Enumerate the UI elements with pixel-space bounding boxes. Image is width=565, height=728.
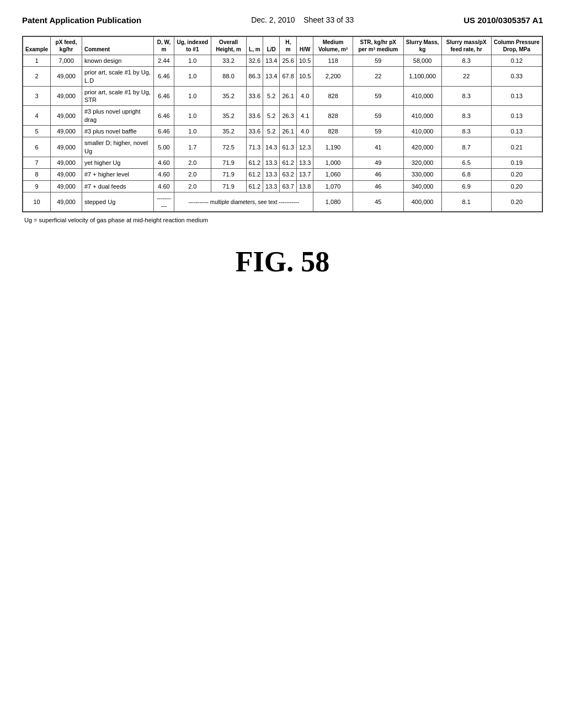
data-table-wrapper: Example pX feed, kg/hr Comment D, W, m U… xyxy=(22,36,543,212)
cell-col-drop: 0.19 xyxy=(491,157,542,168)
table-row: 249,000prior art, scale #1 by Ug, L.D6.4… xyxy=(23,67,542,87)
table-row: 549,000#3 plus novel baffle6.461.035.233… xyxy=(23,126,542,137)
cell-medium-vol: 2,200 xyxy=(313,67,353,87)
cell-hw: 12.3 xyxy=(296,137,313,157)
sheet-info: Dec. 2, 2010 Sheet 33 of 33 xyxy=(251,15,354,24)
cell-h: 26.3 xyxy=(280,106,297,126)
cell-overall-height: 88.0 xyxy=(211,67,246,87)
cell-h: 67.8 xyxy=(280,67,297,87)
cell-h: 63.7 xyxy=(280,180,297,192)
cell-ug: 1.0 xyxy=(174,55,211,67)
cell-slurry-mass: 410,000 xyxy=(403,126,441,137)
cell-medium-vol: 828 xyxy=(313,126,353,137)
cell-ld: 13.4 xyxy=(263,67,280,87)
figure-label: FIG. 58 xyxy=(22,245,543,278)
cell-ug: 2.0 xyxy=(174,169,211,180)
cell-ld: 13.4 xyxy=(263,55,280,67)
cell-example: 10 xyxy=(23,192,51,212)
col-slurry-rate: Slurry mass/pX feed rate, hr xyxy=(441,37,491,55)
cell-slurry-mass: 330,000 xyxy=(403,169,441,180)
cell-example: 8 xyxy=(23,169,51,180)
cell-comment: #7 + higher level xyxy=(82,169,154,180)
cell-l: 71.3 xyxy=(246,137,263,157)
cell-ld: 13.3 xyxy=(263,169,280,180)
page-header: Patent Application Publication Dec. 2, 2… xyxy=(0,0,565,30)
cell-px-feed: 49,000 xyxy=(51,192,82,212)
cell-example: 6 xyxy=(23,137,51,157)
table-row: 449,000#3 plus novel upright drag6.461.0… xyxy=(23,106,542,126)
cell-ld: 14.3 xyxy=(263,137,280,157)
cell-slurry-mass: 420,000 xyxy=(403,137,441,157)
cell-overall-height: 71.9 xyxy=(211,157,246,168)
cell-medium-vol: 1,190 xyxy=(313,137,353,157)
date-label: Dec. 2, 2010 xyxy=(251,15,295,24)
cell-slurry-rate: 8.3 xyxy=(441,126,491,137)
table-row: 17,000known design2.441.033.232.613.425.… xyxy=(23,55,542,67)
cell-comment: prior art, scale #1 by Ug, STR xyxy=(82,86,154,106)
cell-str: 59 xyxy=(353,86,403,106)
cell-slurry-mass: 320,000 xyxy=(403,157,441,168)
cell-str: 46 xyxy=(353,180,403,192)
cell-example: 2 xyxy=(23,67,51,87)
cell-slurry-mass: 340,000 xyxy=(403,180,441,192)
cell-medium-vol: 828 xyxy=(313,106,353,126)
cell-comment: prior art, scale #1 by Ug, L.D xyxy=(82,67,154,87)
cell-col-drop: 0.13 xyxy=(491,106,542,126)
cell-slurry-rate: 8.3 xyxy=(441,106,491,126)
table-row: 649,000smaller D; higher, novel Ug5.001.… xyxy=(23,137,542,157)
cell-px-feed: 49,000 xyxy=(51,67,82,87)
cell-ug: 1.7 xyxy=(174,137,211,157)
cell-slurry-mass: 410,000 xyxy=(403,106,441,126)
cell-slurry-rate: 8.7 xyxy=(441,137,491,157)
cell-hw: 4.0 xyxy=(296,86,313,106)
cell-medium-vol: 1,080 xyxy=(313,192,353,212)
sheet-label: Sheet 33 of 33 xyxy=(303,15,354,24)
cell-ld: 5.2 xyxy=(263,86,280,106)
cell-slurry-mass: 1,100,000 xyxy=(403,67,441,87)
col-ug: Ug, indexed to #1 xyxy=(174,37,211,55)
table-row: 949,000#7 + dual feeds4.602.071.961.213.… xyxy=(23,180,542,192)
cell-px-feed: 49,000 xyxy=(51,169,82,180)
footnote: Ug = superficial velocity of gas phase a… xyxy=(22,217,543,223)
cell-ug: 1.0 xyxy=(174,126,211,137)
cell-comment: yet higher Ug xyxy=(82,157,154,168)
cell-slurry-mass: 58,000 xyxy=(403,55,441,67)
cell-overall-height: 72.5 xyxy=(211,137,246,157)
col-l: L, m xyxy=(246,37,263,55)
cell-col-drop: 0.20 xyxy=(491,192,542,212)
cell-ug: 2.0 xyxy=(174,157,211,168)
cell-ld: 13.3 xyxy=(263,157,280,168)
cell-overall-height: 35.2 xyxy=(211,106,246,126)
cell-overall-height: 35.2 xyxy=(211,86,246,106)
col-col-drop: Column Pressure Drop, MPa xyxy=(491,37,542,55)
cell-px-feed: 49,000 xyxy=(51,106,82,126)
cell-h: 25.6 xyxy=(280,55,297,67)
cell-hw: 10.5 xyxy=(296,55,313,67)
cell-l: 33.6 xyxy=(246,126,263,137)
cell-medium-vol: 1,000 xyxy=(313,157,353,168)
col-hw: H/W xyxy=(296,37,313,55)
cell-dw: ---------- xyxy=(154,192,174,212)
col-slurry-mass: Slurry Mass, kg xyxy=(403,37,441,55)
cell-comment: #7 + dual feeds xyxy=(82,180,154,192)
cell-example: 1 xyxy=(23,55,51,67)
cell-slurry-rate: 6.9 xyxy=(441,180,491,192)
cell-px-feed: 49,000 xyxy=(51,180,82,192)
cell-slurry-rate: 6.8 xyxy=(441,169,491,180)
cell-hw: 4.1 xyxy=(296,106,313,126)
main-content: Example pX feed, kg/hr Comment D, W, m U… xyxy=(0,30,565,289)
col-str: STR, kg/hr pX per m³ medium xyxy=(353,37,403,55)
cell-ug: 1.0 xyxy=(174,86,211,106)
cell-slurry-rate: 8.3 xyxy=(441,55,491,67)
cell-dw: 4.60 xyxy=(154,157,174,168)
col-example: Example xyxy=(23,37,51,55)
cell-comment: #3 plus novel upright drag xyxy=(82,106,154,126)
cell-str: 59 xyxy=(353,106,403,126)
cell-ld: 13.3 xyxy=(263,180,280,192)
cell-col-drop: 0.33 xyxy=(491,67,542,87)
table-row: 749,000yet higher Ug4.602.071.961.213.36… xyxy=(23,157,542,168)
cell-example: 9 xyxy=(23,180,51,192)
col-overall-height: Overall Height, m xyxy=(211,37,246,55)
cell-dw: 4.60 xyxy=(154,180,174,192)
cell-col-drop: 0.20 xyxy=(491,169,542,180)
